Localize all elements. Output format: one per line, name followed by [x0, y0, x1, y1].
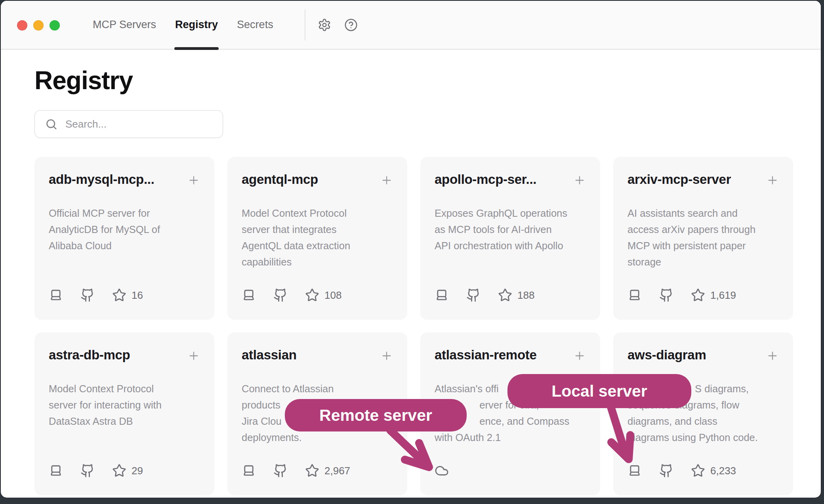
card-header: apollo-mcp-ser...	[435, 172, 586, 187]
search-box[interactable]	[34, 110, 223, 138]
add-server-button[interactable]	[573, 349, 586, 362]
server-name: astra-db-mcp	[49, 347, 130, 363]
search-input[interactable]	[65, 118, 207, 131]
card-header: aws-diagram	[628, 347, 779, 363]
titlebar-tabs: MCP Servers Registry Secrets	[93, 1, 273, 49]
tab-mcp-servers[interactable]: MCP Servers	[93, 1, 156, 49]
server-description: Official MCP server for AnalyticDB for M…	[49, 205, 200, 254]
github-icon	[80, 288, 95, 302]
card-header: arxiv-mcp-server	[628, 172, 779, 187]
server-name: apollo-mcp-ser...	[435, 172, 536, 187]
stars: 29	[112, 464, 143, 478]
laptop-icon	[242, 288, 256, 302]
card-header: atlassian-remote	[435, 347, 586, 363]
server-description: AI assistants search and access arXiv pa…	[628, 205, 779, 270]
traffic-lights	[17, 20, 60, 31]
server-card[interactable]: agentql-mcp Model Context Protocol serve…	[227, 157, 407, 320]
card-header: agentql-mcp	[242, 172, 393, 187]
plus-icon	[766, 174, 779, 187]
tab-registry[interactable]: Registry	[175, 1, 218, 49]
add-server-button[interactable]	[766, 349, 779, 362]
plus-icon	[187, 174, 200, 187]
star-icon	[305, 288, 319, 302]
star-count: 108	[324, 289, 341, 302]
card-header: astra-db-mcp	[49, 347, 200, 363]
github-icon	[80, 464, 95, 478]
help-icon[interactable]	[344, 18, 358, 32]
server-description: Exposes GraphQL operations as MCP tools …	[435, 205, 586, 254]
server-name: arxiv-mcp-server	[628, 172, 731, 187]
stars: 108	[305, 288, 341, 302]
server-name: atlassian	[242, 347, 297, 363]
plus-icon	[573, 349, 586, 362]
server-meta	[435, 464, 586, 478]
card-header: atlassian	[242, 347, 393, 363]
server-card[interactable]: aws-diagram S diagrams, sequence diagram…	[613, 332, 793, 495]
laptop-icon	[49, 464, 63, 478]
page-title: Registry	[34, 50, 821, 94]
tab-secrets[interactable]: Secrets	[237, 1, 273, 49]
server-meta: 29	[49, 464, 200, 478]
plus-icon	[573, 174, 586, 187]
server-meta: 108	[242, 288, 393, 302]
star-count: 2,967	[324, 465, 350, 477]
star-icon	[498, 288, 512, 302]
local-server-callout: Local server	[507, 374, 691, 408]
add-server-button[interactable]	[187, 349, 200, 362]
add-server-button[interactable]	[187, 174, 200, 187]
titlebar-divider	[305, 10, 305, 40]
settings-gear-icon[interactable]	[318, 18, 331, 32]
cards-grid: adb-mysql-mcp... Official MCP server for…	[34, 157, 793, 495]
plus-icon	[380, 349, 393, 362]
server-meta: 16	[49, 288, 200, 302]
stars: 2,967	[305, 464, 350, 478]
github-icon	[273, 464, 288, 478]
stars: 6,233	[691, 464, 736, 478]
remote-server-callout: Remote server	[285, 399, 467, 431]
card-header: adb-mysql-mcp...	[49, 172, 200, 187]
server-meta: 188	[435, 288, 586, 302]
zoom-window-button[interactable]	[50, 20, 60, 31]
stars: 188	[498, 288, 534, 302]
server-description: Model Context Protocol server for intera…	[49, 381, 200, 430]
plus-icon	[187, 349, 200, 362]
star-count: 1,619	[710, 289, 736, 302]
laptop-icon	[242, 464, 256, 478]
server-meta: 6,233	[628, 464, 779, 478]
server-card[interactable]: arxiv-mcp-server AI assistants search an…	[613, 157, 793, 320]
add-server-button[interactable]	[766, 174, 779, 187]
stars: 16	[112, 288, 143, 302]
star-icon	[305, 464, 319, 478]
server-name: agentql-mcp	[242, 172, 318, 187]
minimize-window-button[interactable]	[33, 20, 44, 31]
star-icon	[112, 464, 126, 478]
star-count: 6,233	[710, 465, 736, 477]
laptop-icon	[628, 288, 642, 302]
cloud-icon	[435, 464, 449, 478]
titlebar-actions	[318, 1, 358, 49]
server-card[interactable]: astra-db-mcp Model Context Protocol serv…	[34, 332, 214, 495]
github-icon	[273, 288, 288, 302]
add-server-button[interactable]	[573, 174, 586, 187]
server-card[interactable]: adb-mysql-mcp... Official MCP server for…	[34, 157, 214, 320]
star-icon	[691, 288, 705, 302]
server-meta: 2,967	[242, 464, 393, 478]
add-server-button[interactable]	[380, 349, 393, 362]
github-icon	[659, 288, 673, 302]
plus-icon	[380, 174, 393, 187]
star-count: 188	[517, 289, 534, 302]
plus-icon	[766, 349, 779, 362]
laptop-icon	[628, 464, 642, 478]
server-meta: 1,619	[628, 288, 779, 302]
github-icon	[466, 288, 481, 302]
screenshot-stage: MCP Servers Registry Secrets	[0, 0, 824, 504]
server-name: atlassian-remote	[435, 347, 536, 363]
close-window-button[interactable]	[17, 20, 27, 31]
star-count: 16	[132, 289, 143, 302]
add-server-button[interactable]	[380, 174, 393, 187]
star-icon	[691, 464, 705, 478]
server-description: Model Context Protocol server that integ…	[242, 205, 393, 270]
stars: 1,619	[691, 288, 736, 302]
server-card[interactable]: apollo-mcp-ser... Exposes GraphQL operat…	[420, 157, 600, 320]
laptop-icon	[49, 288, 63, 302]
